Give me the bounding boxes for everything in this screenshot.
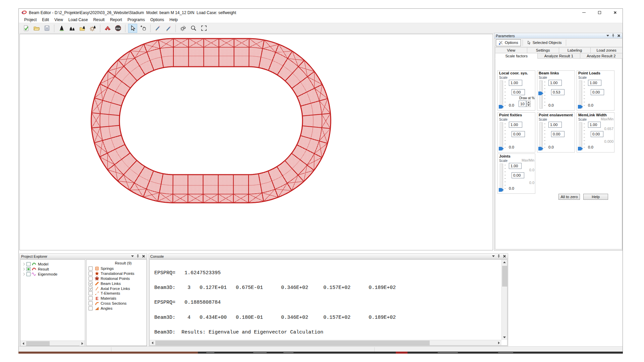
model-checkbox[interactable] xyxy=(26,262,31,266)
list-item-translational-points[interactable]: Translational Points xyxy=(89,271,147,276)
scale-value-input[interactable]: 0.00 xyxy=(512,172,524,178)
load-cases-button[interactable] xyxy=(67,24,76,33)
result-checkbox[interactable] xyxy=(26,267,31,271)
tree-h-scrollbar[interactable] xyxy=(20,341,85,346)
expand-icon[interactable] xyxy=(22,267,25,270)
scale-value-input[interactable]: 0.53 xyxy=(551,89,565,95)
menu-result[interactable]: Result xyxy=(91,17,107,23)
spin-up-button[interactable] xyxy=(526,101,531,104)
panel-close-button[interactable] xyxy=(141,254,146,258)
scale-slider-track[interactable] xyxy=(539,122,543,150)
scale-upper-input[interactable]: 1.00 xyxy=(509,122,522,128)
angles-checkbox[interactable] xyxy=(89,306,93,310)
tree-item-eigenmode[interactable]: Eigenmode xyxy=(22,272,85,277)
scroll-thumb[interactable] xyxy=(155,341,430,345)
scroll-right-button[interactable] xyxy=(79,341,85,346)
pin-button[interactable] xyxy=(611,34,615,38)
scale-upper-input[interactable]: 1.00 xyxy=(509,163,522,169)
list-item-rotational-points[interactable]: Rotational Points xyxy=(89,276,147,281)
list-item-beam-links[interactable]: Beam Links xyxy=(89,281,147,286)
eigenmode-checkbox[interactable] xyxy=(26,272,31,276)
menu-view[interactable]: View xyxy=(52,17,66,23)
scale-upper-input[interactable]: 1.00 xyxy=(588,122,601,128)
stop-button[interactable]: STOP xyxy=(113,24,122,33)
draw-at-input[interactable]: 10 xyxy=(519,101,526,107)
open-load-case-button[interactable] xyxy=(78,24,87,33)
cross-sections-checkbox[interactable] xyxy=(89,301,93,305)
help-button[interactable]: Help xyxy=(583,194,608,200)
close-button[interactable] xyxy=(607,9,623,16)
scroll-up-button[interactable] xyxy=(502,260,507,265)
tab-load-zones[interactable]: Load zones xyxy=(590,47,623,53)
list-item-axial-force-links[interactable]: Axial Force Links xyxy=(89,286,147,291)
tree-item-result[interactable]: Result xyxy=(22,266,85,272)
scroll-left-button[interactable] xyxy=(20,341,26,346)
rotational-points-checkbox[interactable] xyxy=(89,277,93,281)
save-project-button[interactable] xyxy=(42,24,51,33)
menu-help[interactable]: Help xyxy=(167,17,180,23)
tab-selected-objects[interactable]: Selected Objects xyxy=(525,39,564,46)
list-item-t-elements[interactable]: T-Elements xyxy=(89,291,147,296)
expand-icon[interactable] xyxy=(22,262,25,265)
menu-load-case[interactable]: Load Case xyxy=(66,17,91,23)
menu-project[interactable]: Project xyxy=(21,17,39,23)
panel-close-button[interactable] xyxy=(502,254,506,258)
scale-slider-track[interactable] xyxy=(500,122,503,150)
axial-force-links-checkbox[interactable] xyxy=(89,287,93,291)
draw-link-button[interactable] xyxy=(164,24,173,33)
panel-menu-button[interactable] xyxy=(130,254,135,258)
scale-upper-input[interactable]: 1.00 xyxy=(548,122,562,128)
scroll-thumb[interactable] xyxy=(26,341,50,346)
tab-labeling[interactable]: Labeling xyxy=(559,47,591,53)
scroll-thumb[interactable] xyxy=(502,266,507,287)
tree-item-model[interactable]: Model xyxy=(22,261,85,266)
new-model-button[interactable] xyxy=(21,24,31,33)
console-v-scrollbar[interactable] xyxy=(501,260,507,340)
tab-view[interactable]: View xyxy=(495,47,527,53)
scale-upper-input[interactable]: 1.00 xyxy=(588,80,601,86)
calculate-button[interactable] xyxy=(103,24,112,33)
draw-beam-button[interactable] xyxy=(153,24,162,33)
materials-checkbox[interactable] xyxy=(89,296,93,300)
scale-value-input[interactable]: 0.00 xyxy=(551,131,565,137)
list-item-angles[interactable]: Angles xyxy=(89,306,147,311)
add-load-case-button[interactable] xyxy=(57,24,66,33)
minimize-button[interactable] xyxy=(576,9,592,16)
tab-options[interactable]: Options xyxy=(496,39,521,46)
menu-options[interactable]: Options xyxy=(148,17,167,23)
tab-settings[interactable]: Settings xyxy=(527,47,559,53)
springs-checkbox[interactable] xyxy=(89,266,93,270)
scroll-down-button[interactable] xyxy=(502,335,507,340)
list-item-materials[interactable]: E Materials xyxy=(89,296,147,301)
model-canvas[interactable] xyxy=(19,34,493,250)
scale-upper-input[interactable]: 1.00 xyxy=(509,80,522,86)
zoom-button[interactable] xyxy=(189,24,198,33)
list-item-cross-sections[interactable]: Cross Sections xyxy=(89,301,147,306)
pan-hand-button[interactable] xyxy=(139,24,148,33)
panel-close-button[interactable] xyxy=(616,34,621,38)
beam-links-checkbox[interactable] xyxy=(89,282,93,286)
scale-slider-track[interactable] xyxy=(579,80,582,109)
scale-value-input[interactable]: 0.00 xyxy=(512,131,525,137)
manipulate-button[interactable] xyxy=(178,24,187,33)
scale-slider-track[interactable] xyxy=(500,80,503,109)
scale-value-input[interactable]: 0.00 xyxy=(591,89,604,95)
menu-report[interactable]: Report xyxy=(107,17,125,23)
open-project-button[interactable] xyxy=(32,24,41,33)
t-elements-checkbox[interactable] xyxy=(89,291,93,295)
expand-icon[interactable] xyxy=(22,273,25,275)
scale-slider-track[interactable] xyxy=(500,164,503,192)
load-case-settings-button[interactable] xyxy=(88,24,97,33)
fit-view-button[interactable] xyxy=(199,24,208,33)
menu-edit[interactable]: Edit xyxy=(39,17,52,23)
tab-analyze-result-1[interactable]: Analyze Result 1 xyxy=(537,53,580,59)
scale-value-input[interactable]: 0.00 xyxy=(591,131,603,137)
pin-button[interactable] xyxy=(136,254,140,258)
all-to-zero-button[interactable]: All to zero xyxy=(558,194,580,200)
scale-value-input[interactable]: 0.00 xyxy=(512,89,525,95)
tab-analyze-result-2[interactable]: Analyze Result 2 xyxy=(580,53,623,59)
scroll-left-button[interactable] xyxy=(150,340,155,345)
spin-down-button[interactable] xyxy=(526,104,531,107)
console-h-scrollbar[interactable] xyxy=(150,340,501,345)
scale-slider-track[interactable] xyxy=(579,122,582,150)
